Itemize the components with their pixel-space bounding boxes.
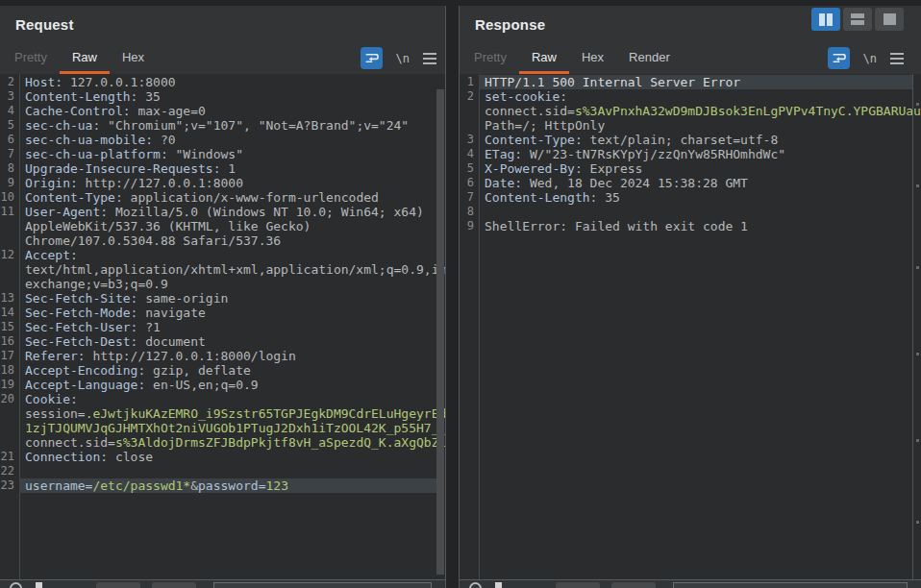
scroll-marker-strip — [912, 74, 921, 579]
line-number: 9 — [0, 176, 19, 190]
line-number: 6 — [0, 133, 19, 147]
code-line: 11User-Agent: Mozilla/5.0 (Windows NT 10… — [0, 205, 436, 248]
code-text: User-Agent: Mozilla/5.0 (Windows NT 10.0… — [19, 205, 436, 248]
newline-toggle[interactable]: \n — [396, 52, 410, 65]
code-line: 21Connection: close — [0, 450, 436, 464]
layout-columns-button[interactable] — [811, 8, 840, 31]
search-prev-button[interactable] — [556, 582, 600, 588]
line-number: 23 — [0, 478, 19, 493]
newline-toggle[interactable]: \n — [863, 52, 877, 65]
request-title-row: Request — [0, 6, 445, 42]
code-text: Host: 127.0.0.1:8000 — [19, 75, 436, 89]
line-number: 9 — [460, 219, 479, 233]
code-text: Accept-Language: en-US,en;q=0.9 — [19, 378, 436, 392]
request-code: 2Host: 127.0.0.1:80003Content-Length: 35… — [0, 75, 436, 579]
code-line: 17Referer: http://127.0.0.1:8000/login — [0, 349, 436, 363]
line-number: 22 — [0, 464, 19, 478]
code-text: sec-ch-ua: "Chromium";v="107", "Not=A?Br… — [19, 118, 436, 133]
code-line: 4ETag: W/"23-tN7RsKYpYj/zzQnYw85RHOmhdWc… — [460, 147, 912, 161]
code-text: Content-Length: 35 — [479, 190, 912, 205]
code-text: Content-Length: 35 — [19, 89, 436, 104]
request-tab-pretty[interactable]: Pretty — [2, 42, 60, 74]
code-line: 12Accept: text/html,application/xhtml+xm… — [0, 248, 436, 291]
request-editor[interactable]: 2Host: 127.0.0.1:80003Content-Length: 35… — [0, 74, 445, 579]
code-line: 5X-Powered-By: Express — [460, 161, 912, 176]
line-number: 6 — [460, 176, 479, 190]
code-text: HTTP/1.1 500 Internal Server Error — [479, 75, 912, 89]
code-line: 20Cookie: session=.eJwtjkuKAzEMRO_i9Szst… — [0, 392, 436, 450]
code-line: 18Accept-Encoding: gzip, deflate — [0, 363, 436, 378]
response-code: 1HTTP/1.1 500 Internal Server Error2set-… — [460, 75, 912, 579]
search-input[interactable] — [213, 582, 432, 588]
request-tab-hex[interactable]: Hex — [110, 42, 157, 74]
response-tab-render[interactable]: Render — [616, 42, 683, 74]
code-line: 2set-cookie: connect.sid=s%3AvPnxhA32wD9… — [460, 89, 912, 133]
search-icon[interactable] — [10, 582, 22, 588]
request-search-bar — [0, 579, 445, 588]
editor-menu-icon[interactable] — [423, 53, 436, 64]
search-next-button[interactable] — [152, 582, 196, 588]
line-number: 19 — [0, 378, 19, 392]
search-prev-button[interactable] — [96, 582, 140, 588]
line-number: 17 — [0, 349, 19, 363]
line-number: 11 — [0, 205, 19, 248]
response-tab-raw[interactable]: Raw — [519, 42, 569, 74]
line-number: 7 — [0, 147, 19, 161]
layout-rows-button[interactable] — [843, 8, 872, 31]
panel-divider[interactable] — [446, 6, 459, 588]
response-search-bar — [460, 579, 921, 588]
rows-icon — [851, 13, 864, 25]
response-panel: Response Pretty Raw Hex Render — [459, 6, 921, 588]
request-tab-bar: Pretty Raw Hex \n — [0, 42, 445, 74]
code-line: 22 — [0, 464, 436, 478]
word-wrap-icon — [832, 51, 846, 65]
code-text: Origin: http://127.0.0.1:8000 — [19, 176, 436, 190]
code-text: Sec-Fetch-Dest: document — [19, 334, 436, 349]
code-text: X-Powered-By: Express — [479, 161, 912, 176]
code-line: 8Upgrade-Insecure-Requests: 1 — [0, 161, 436, 176]
editor-menu-icon[interactable] — [890, 53, 904, 64]
search-case-icon[interactable] — [36, 582, 42, 588]
code-line: 13Sec-Fetch-Site: same-origin — [0, 291, 436, 306]
code-text: Date: Wed, 18 Dec 2024 15:38:28 GMT — [479, 176, 912, 190]
code-text: Referer: http://127.0.0.1:8000/login — [19, 349, 436, 363]
word-wrap-button[interactable] — [361, 47, 383, 69]
search-next-button[interactable] — [611, 582, 656, 588]
line-number: 4 — [0, 104, 19, 118]
response-editor-toolbar: \n — [828, 42, 921, 74]
response-tab-hex[interactable]: Hex — [569, 42, 616, 74]
columns-icon — [819, 13, 825, 26]
code-line: 14Sec-Fetch-Mode: navigate — [0, 306, 436, 320]
code-line: 16Sec-Fetch-Dest: document — [0, 334, 436, 349]
search-case-icon[interactable] — [495, 582, 502, 588]
code-line: 23username=/etc/passwd1*&password=123 — [0, 478, 436, 493]
code-line: 4Cache-Control: max-age=0 — [0, 104, 436, 118]
line-number: 10 — [0, 190, 19, 205]
response-editor[interactable]: 1HTTP/1.1 500 Internal Server Error2set-… — [460, 74, 921, 579]
search-icon[interactable] — [469, 582, 482, 588]
layout-single-button[interactable] — [875, 8, 904, 31]
response-tab-pretty[interactable]: Pretty — [461, 42, 519, 74]
word-wrap-icon — [364, 51, 379, 65]
request-title: Request — [15, 16, 74, 33]
request-tab-raw[interactable]: Raw — [60, 42, 110, 74]
code-text: Upgrade-Insecure-Requests: 1 — [19, 161, 436, 176]
request-scrollbar — [436, 74, 445, 579]
line-number: 14 — [0, 306, 19, 320]
request-editor-toolbar: \n — [361, 42, 445, 74]
word-wrap-button[interactable] — [828, 47, 850, 69]
line-number: 18 — [0, 363, 19, 378]
search-input[interactable] — [673, 582, 908, 588]
code-text: Sec-Fetch-Mode: navigate — [19, 306, 436, 320]
response-title: Response — [475, 16, 545, 33]
code-text: Sec-Fetch-User: ?1 — [19, 320, 436, 334]
line-number: 1 — [460, 75, 479, 89]
response-title-row: Response — [460, 6, 921, 42]
line-number: 15 — [0, 320, 19, 334]
code-line: 8 — [460, 205, 912, 219]
code-text: sec-ch-ua-mobile: ?0 — [19, 133, 436, 147]
code-text: Content-Type: application/x-www-form-url… — [19, 190, 436, 205]
request-panel: Request Pretty Raw Hex \n — [0, 6, 446, 588]
request-scrollbar-thumb[interactable] — [436, 89, 444, 575]
code-line: 5sec-ch-ua: "Chromium";v="107", "Not=A?B… — [0, 118, 436, 133]
